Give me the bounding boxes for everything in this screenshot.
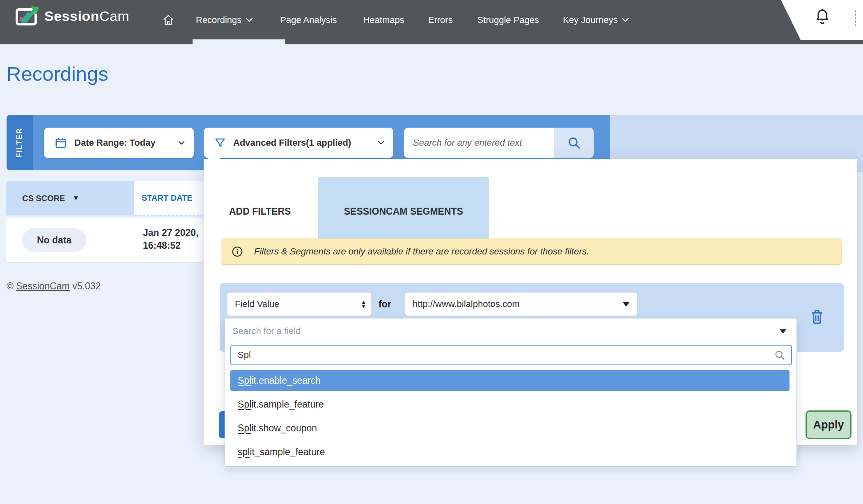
copyright-footer: © SessionCam v5.032 — [7, 281, 101, 292]
cs-score-badge: No data — [22, 228, 86, 252]
nav-home[interactable] — [162, 14, 174, 26]
sessioncam-logo-icon — [16, 6, 39, 26]
panel-pointer — [207, 151, 220, 159]
info-icon — [231, 245, 243, 258]
text-search-group — [404, 128, 594, 158]
search-button[interactable] — [554, 128, 594, 158]
text-search-input[interactable] — [404, 128, 554, 158]
column-header-start-date[interactable]: START DATE — [134, 181, 204, 215]
date-range-button[interactable]: Date Range: Today — [44, 128, 194, 158]
search-icon — [567, 136, 581, 150]
search-icon — [774, 349, 785, 361]
field-result-item[interactable]: Split.show_coupon — [230, 418, 790, 438]
tab-add-filters[interactable]: ADD FILTERS — [222, 177, 298, 246]
nav-item-key-journeys[interactable]: Key Journeys — [563, 15, 629, 25]
field-results-list: Split.enable_search Split.sample_feature… — [230, 370, 790, 462]
brand-name: SessionCam — [44, 8, 129, 24]
version-label: v5.032 — [72, 281, 101, 291]
tab-sessioncam-segments[interactable]: SESSIONCAM SEGMENTS — [318, 177, 489, 246]
active-nav-indicator — [193, 39, 285, 51]
field-search-inputbox — [230, 345, 792, 365]
nav-item-errors[interactable]: Errors — [428, 15, 453, 25]
page-title: Recordings — [7, 62, 108, 85]
field-type-select[interactable]: Field Value ▲▼ — [227, 292, 372, 316]
notifications-bell-icon[interactable] — [815, 8, 830, 26]
site-select[interactable]: http://www.bilalphotos.com — [405, 292, 638, 316]
nav-label: Recordings — [196, 15, 241, 25]
dropdown-caret-icon — [779, 329, 787, 334]
nav-item-recordings[interactable]: Recordings — [196, 15, 253, 25]
sessioncam-link[interactable]: SessionCam — [16, 281, 69, 291]
nav-item-struggle-pages[interactable]: Struggle Pages — [477, 15, 539, 25]
info-banner: Filters & Segments are only available if… — [221, 238, 842, 265]
select-spinner-icon: ▲▼ — [361, 300, 366, 309]
calendar-icon — [55, 137, 67, 149]
chevron-down-icon — [178, 141, 185, 145]
field-result-item[interactable]: Split.enable_search — [230, 370, 790, 391]
chevron-down-icon — [378, 141, 384, 145]
table-header: CS SCORE ▼ START DATE — [6, 181, 204, 215]
chevron-down-icon — [622, 18, 629, 22]
field-select-placeholder: Search for a field — [232, 326, 301, 337]
field-search-dropdown: Search for a field Split.enable_search S… — [225, 318, 797, 467]
table-row[interactable]: No data Jan 27 2020, 16:48:52 — [6, 218, 204, 262]
nav-item-page-analysis[interactable]: Page Analysis — [280, 15, 337, 25]
brand-logo[interactable]: SessionCam — [16, 6, 129, 26]
top-nav: SessionCam Recordings Page Analysis Heat… — [0, 0, 863, 44]
column-header-cs-score[interactable]: CS SCORE ▼ — [6, 181, 134, 215]
field-select-collapsed[interactable]: Search for a field — [225, 318, 796, 344]
nav-item-heatmaps[interactable]: Heatmaps — [363, 15, 404, 25]
field-result-item[interactable]: Split.sample_feature — [230, 394, 790, 415]
overflow-menu-icon[interactable] — [855, 10, 856, 26]
home-icon — [162, 14, 174, 26]
chevron-down-icon — [246, 18, 253, 22]
sort-desc-icon: ▼ — [72, 194, 79, 202]
field-result-item[interactable]: split_sample_feature — [230, 442, 790, 462]
apply-button[interactable]: Apply — [806, 410, 852, 439]
for-label: for — [379, 292, 391, 316]
advanced-filters-button[interactable]: Advanced Filters(1 applied) — [204, 128, 393, 158]
filter-vertical-tab[interactable]: FILTER — [7, 115, 33, 170]
select-caret-icon — [622, 302, 630, 307]
start-date-value: Jan 27 2020, 16:48:52 — [143, 227, 199, 252]
delete-filter-icon[interactable] — [810, 309, 824, 326]
field-search-input[interactable] — [231, 350, 774, 360]
funnel-icon — [214, 137, 226, 149]
